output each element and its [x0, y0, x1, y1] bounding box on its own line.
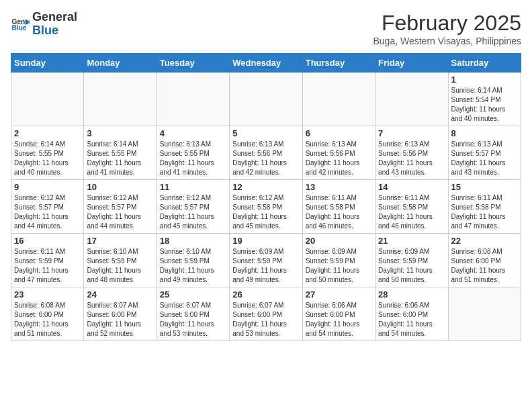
day-info: Sunrise: 6:12 AM Sunset: 5:57 PM Dayligh…: [87, 193, 153, 231]
day-number: 19: [232, 236, 299, 246]
calendar-day-cell: 8Sunrise: 6:13 AM Sunset: 5:57 PM Daylig…: [448, 126, 521, 180]
calendar-day-cell: 1Sunrise: 6:14 AM Sunset: 5:54 PM Daylig…: [448, 73, 521, 126]
day-number: 23: [14, 289, 81, 300]
calendar-day-cell: [375, 73, 448, 126]
day-number: 21: [378, 236, 445, 246]
day-number: 12: [232, 182, 299, 192]
calendar-day-cell: 18Sunrise: 6:10 AM Sunset: 5:59 PM Dayli…: [157, 234, 229, 287]
calendar-day-cell: 24Sunrise: 6:07 AM Sunset: 6:00 PM Dayli…: [84, 287, 157, 341]
calendar-header-row: SundayMondayTuesdayWednesdayThursdayFrid…: [11, 54, 521, 73]
day-number: 3: [87, 128, 153, 138]
weekday-header: Saturday: [448, 54, 521, 73]
calendar-day-cell: 21Sunrise: 6:09 AM Sunset: 5:59 PM Dayli…: [375, 234, 448, 287]
calendar-day-cell: 5Sunrise: 6:13 AM Sunset: 5:56 PM Daylig…: [230, 126, 302, 180]
day-number: 11: [160, 182, 226, 192]
calendar-day-cell: 2Sunrise: 6:14 AM Sunset: 5:55 PM Daylig…: [11, 126, 84, 180]
weekday-header: Wednesday: [230, 54, 302, 73]
logo-blue-text: Blue: [32, 24, 77, 38]
day-number: 22: [451, 236, 518, 246]
calendar-week-row: 16Sunrise: 6:11 AM Sunset: 5:59 PM Dayli…: [11, 234, 521, 287]
calendar-day-cell: 11Sunrise: 6:12 AM Sunset: 5:57 PM Dayli…: [157, 180, 229, 234]
day-info: Sunrise: 6:08 AM Sunset: 6:00 PM Dayligh…: [451, 247, 518, 285]
calendar-day-cell: [302, 73, 375, 126]
day-number: 10: [87, 182, 153, 192]
calendar-day-cell: 10Sunrise: 6:12 AM Sunset: 5:57 PM Dayli…: [84, 180, 157, 234]
day-number: 24: [87, 289, 153, 300]
day-info: Sunrise: 6:13 AM Sunset: 5:56 PM Dayligh…: [306, 140, 372, 177]
day-info: Sunrise: 6:07 AM Sunset: 6:00 PM Dayligh…: [160, 301, 226, 338]
weekday-header: Friday: [375, 54, 448, 73]
day-info: Sunrise: 6:13 AM Sunset: 5:56 PM Dayligh…: [232, 140, 299, 177]
day-info: Sunrise: 6:12 AM Sunset: 5:57 PM Dayligh…: [160, 193, 226, 231]
day-number: 14: [378, 182, 445, 192]
day-number: 27: [306, 289, 372, 300]
calendar-week-row: 1Sunrise: 6:14 AM Sunset: 5:54 PM Daylig…: [11, 73, 521, 126]
calendar-day-cell: [11, 73, 84, 126]
calendar-day-cell: 13Sunrise: 6:11 AM Sunset: 5:58 PM Dayli…: [302, 180, 375, 234]
calendar-day-cell: 27Sunrise: 6:06 AM Sunset: 6:00 PM Dayli…: [302, 287, 375, 341]
day-info: Sunrise: 6:06 AM Sunset: 6:00 PM Dayligh…: [306, 301, 372, 338]
day-number: 4: [160, 128, 226, 138]
logo-general-text: General: [32, 11, 77, 24]
day-info: Sunrise: 6:14 AM Sunset: 5:55 PM Dayligh…: [14, 140, 81, 177]
weekday-header: Tuesday: [157, 54, 229, 73]
logo-icon: General Blue: [11, 15, 30, 34]
day-info: Sunrise: 6:11 AM Sunset: 5:58 PM Dayligh…: [378, 193, 445, 231]
calendar-day-cell: 3Sunrise: 6:14 AM Sunset: 5:55 PM Daylig…: [84, 126, 157, 180]
calendar-week-row: 2Sunrise: 6:14 AM Sunset: 5:55 PM Daylig…: [11, 126, 521, 180]
day-info: Sunrise: 6:09 AM Sunset: 5:59 PM Dayligh…: [232, 247, 299, 285]
calendar-day-cell: 6Sunrise: 6:13 AM Sunset: 5:56 PM Daylig…: [302, 126, 375, 180]
day-number: 2: [14, 128, 81, 138]
calendar-day-cell: 26Sunrise: 6:07 AM Sunset: 6:00 PM Dayli…: [230, 287, 302, 341]
calendar-day-cell: 19Sunrise: 6:09 AM Sunset: 5:59 PM Dayli…: [230, 234, 302, 287]
logo-text: General Blue: [32, 11, 77, 38]
day-info: Sunrise: 6:11 AM Sunset: 5:58 PM Dayligh…: [451, 193, 518, 231]
calendar-day-cell: 25Sunrise: 6:07 AM Sunset: 6:00 PM Dayli…: [157, 287, 229, 341]
calendar-day-cell: [230, 73, 302, 126]
calendar-day-cell: 15Sunrise: 6:11 AM Sunset: 5:58 PM Dayli…: [448, 180, 521, 234]
day-info: Sunrise: 6:13 AM Sunset: 5:56 PM Dayligh…: [378, 140, 445, 177]
day-info: Sunrise: 6:11 AM Sunset: 5:59 PM Dayligh…: [14, 247, 81, 285]
title-area: February 2025 Buga, Western Visayas, Phi…: [373, 11, 522, 46]
day-info: Sunrise: 6:14 AM Sunset: 5:55 PM Dayligh…: [87, 140, 153, 177]
calendar-day-cell: [448, 287, 521, 341]
day-info: Sunrise: 6:12 AM Sunset: 5:58 PM Dayligh…: [232, 193, 299, 231]
day-number: 17: [87, 236, 153, 246]
weekday-header: Thursday: [302, 54, 375, 73]
calendar-day-cell: 22Sunrise: 6:08 AM Sunset: 6:00 PM Dayli…: [448, 234, 521, 287]
calendar-day-cell: 23Sunrise: 6:08 AM Sunset: 6:00 PM Dayli…: [11, 287, 84, 341]
calendar-day-cell: 17Sunrise: 6:10 AM Sunset: 5:59 PM Dayli…: [84, 234, 157, 287]
calendar-day-cell: 4Sunrise: 6:13 AM Sunset: 5:55 PM Daylig…: [157, 126, 229, 180]
calendar-day-cell: 20Sunrise: 6:09 AM Sunset: 5:59 PM Dayli…: [302, 234, 375, 287]
day-info: Sunrise: 6:09 AM Sunset: 5:59 PM Dayligh…: [378, 247, 445, 285]
day-number: 6: [306, 128, 372, 138]
location-subtitle: Buga, Western Visayas, Philippines: [373, 36, 522, 46]
day-number: 25: [160, 289, 226, 300]
day-info: Sunrise: 6:10 AM Sunset: 5:59 PM Dayligh…: [160, 247, 226, 285]
day-info: Sunrise: 6:10 AM Sunset: 5:59 PM Dayligh…: [87, 247, 153, 285]
day-info: Sunrise: 6:12 AM Sunset: 5:57 PM Dayligh…: [14, 193, 81, 231]
day-number: 28: [378, 289, 445, 300]
day-number: 1: [451, 75, 518, 85]
calendar-day-cell: 28Sunrise: 6:06 AM Sunset: 6:00 PM Dayli…: [375, 287, 448, 341]
weekday-header: Monday: [84, 54, 157, 73]
calendar-week-row: 9Sunrise: 6:12 AM Sunset: 5:57 PM Daylig…: [11, 180, 521, 234]
day-info: Sunrise: 6:13 AM Sunset: 5:57 PM Dayligh…: [451, 140, 518, 177]
logo: General Blue General Blue: [11, 11, 77, 38]
page-header: General Blue General Blue February 2025 …: [11, 11, 521, 46]
day-info: Sunrise: 6:07 AM Sunset: 6:00 PM Dayligh…: [232, 301, 299, 338]
day-number: 8: [451, 128, 518, 138]
day-number: 5: [232, 128, 299, 138]
day-info: Sunrise: 6:11 AM Sunset: 5:58 PM Dayligh…: [306, 193, 372, 231]
day-number: 13: [306, 182, 372, 192]
day-info: Sunrise: 6:08 AM Sunset: 6:00 PM Dayligh…: [14, 301, 81, 338]
calendar-day-cell: [84, 73, 157, 126]
calendar-day-cell: 7Sunrise: 6:13 AM Sunset: 5:56 PM Daylig…: [375, 126, 448, 180]
day-info: Sunrise: 6:06 AM Sunset: 6:00 PM Dayligh…: [378, 301, 445, 338]
day-number: 15: [451, 182, 518, 192]
day-number: 18: [160, 236, 226, 246]
calendar-week-row: 23Sunrise: 6:08 AM Sunset: 6:00 PM Dayli…: [11, 287, 521, 341]
day-info: Sunrise: 6:14 AM Sunset: 5:54 PM Dayligh…: [451, 86, 518, 124]
day-number: 26: [232, 289, 299, 300]
day-number: 16: [14, 236, 81, 246]
